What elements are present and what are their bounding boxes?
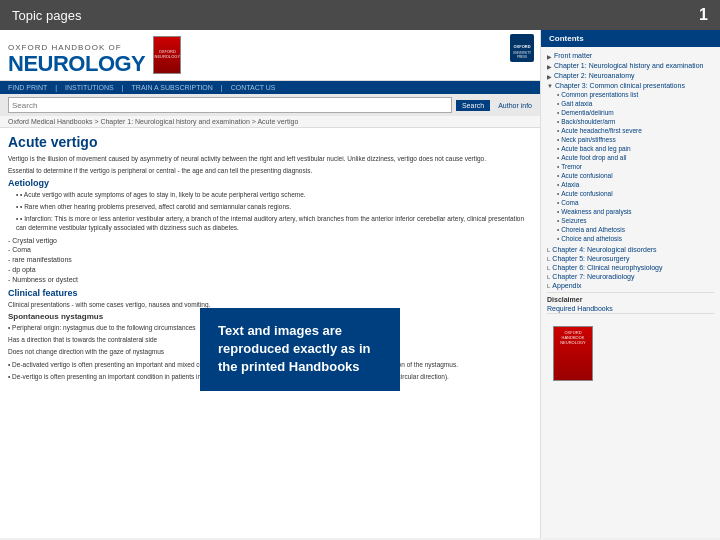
appendix-label: Appendix	[552, 282, 581, 289]
nav-separator3: |	[221, 84, 223, 91]
aetiology-text2: • Rare when other hearing problems prese…	[8, 202, 532, 211]
sub-bullet1: - Crystal vertigo	[8, 237, 57, 244]
front-matter-label: Front matter	[554, 52, 592, 59]
toc-chapter6[interactable]: L Chapter 6: Clinical neurophysiology	[547, 263, 714, 272]
book-cover-image: OXFORDNEUROLOGY	[153, 36, 181, 74]
article-intro: Vertigo is the illusion of movement caus…	[8, 154, 532, 163]
toc-front-matter[interactable]: ▶ Front matter	[547, 51, 714, 61]
oxford-logo: OXFORD UNIVERSITY PRESS	[508, 34, 536, 70]
top-bar: Topic pages 1	[0, 0, 720, 30]
tooltip-text: Text and images are reproduced exactly a…	[218, 323, 370, 374]
toc-chapter3[interactable]: ▼ Chapter 3: Common clinical presentatio…	[547, 81, 714, 90]
appendix-arrow: L	[547, 283, 550, 289]
article-area: Acute vertigo Vertigo is the illusion of…	[0, 128, 540, 516]
svg-text:PRESS: PRESS	[517, 55, 527, 59]
required-handbooks-label: Required Handbooks	[547, 305, 613, 312]
nav-find-print[interactable]: FIND PRINT	[8, 84, 47, 91]
toc-sub-item-12[interactable]: Coma	[547, 198, 714, 207]
search-button[interactable]: Search	[456, 100, 490, 111]
sub-bullet3: - rare manifestations	[8, 256, 72, 263]
tooltip-overlay: Text and images are reproduced exactly a…	[200, 308, 400, 391]
toc-sub-item-0[interactable]: Common presentations list	[547, 90, 714, 99]
toc-sub-item-4[interactable]: Acute headache/first severe	[547, 126, 714, 135]
toc-appendix[interactable]: L Appendix	[547, 281, 714, 290]
chapter2-arrow: ▶	[547, 73, 552, 80]
toc-chapter4[interactable]: L Chapter 4: Neurological disorders	[547, 245, 714, 254]
chapter5-label: Chapter 5: Neurosurgery	[552, 255, 629, 262]
disclaimer-header: Disclaimer	[547, 292, 714, 304]
chapter2-label: Chapter 2: Neuroanatomy	[554, 72, 635, 79]
nav-separator: |	[55, 84, 57, 91]
article-intro2: Essential to determine if the vertigo is…	[8, 166, 532, 175]
content-area: OXFORD HANDBOOK OF NEUROLOGY OXFORDNEURO…	[0, 30, 540, 538]
toc-sub-item-2[interactable]: Dementia/delirium	[547, 108, 714, 117]
chapter1-arrow: ▶	[547, 63, 552, 70]
chapter7-label: Chapter 7: Neuroradiology	[552, 273, 634, 280]
book-thumbnail: OXFORDHANDBOOKNEUROLOGY	[553, 326, 593, 381]
required-handbooks[interactable]: Required Handbooks	[547, 304, 714, 313]
toc-chapter7[interactable]: L Chapter 7: Neuroradiology	[547, 272, 714, 281]
nav-contact[interactable]: CONTACT US	[231, 84, 276, 91]
book-thumbnail-text: OXFORDHANDBOOKNEUROLOGY	[554, 327, 592, 349]
sub-bullet5: - Numbness or dystect	[8, 276, 78, 283]
toc-sub-item-7[interactable]: Acute foot drop and all	[547, 153, 714, 162]
clinical-section-title: Clinical features	[8, 288, 532, 298]
toc-sub-item-16[interactable]: Choice and athetosis	[547, 234, 714, 243]
chapter6-label: Chapter 6: Clinical neurophysiology	[552, 264, 662, 271]
sidebar-book: OXFORDHANDBOOKNEUROLOGY	[547, 313, 714, 389]
svg-text:OXFORD: OXFORD	[513, 44, 530, 49]
article-title: Acute vertigo	[8, 134, 532, 150]
toc-sub-item-10[interactable]: Ataxia	[547, 180, 714, 189]
contents-label: Contents	[549, 34, 584, 43]
sidebar-contents: ▶ Front matter ▶ Chapter 1: Neurological…	[541, 47, 720, 393]
toc-sub-item-5[interactable]: Neck pain/stiffness	[547, 135, 714, 144]
chapter4-label: Chapter 4: Neurological disorders	[552, 246, 656, 253]
sub-bullet2: - Coma	[8, 246, 31, 253]
nav-institutions[interactable]: INSTITUTIONS	[65, 84, 114, 91]
top-bar-title: Topic pages	[12, 8, 81, 23]
chapter3-arrow: ▼	[547, 83, 553, 89]
toc-sub-item-8[interactable]: Tremor	[547, 162, 714, 171]
aetiology-text1: • Acute vertigo with acute symptoms of a…	[8, 190, 532, 199]
page-number: 1	[699, 6, 708, 24]
sub-items-container: Common presentations listGait ataxiaDeme…	[547, 90, 714, 243]
toc-sub-item-3[interactable]: Back/shoulder/arm	[547, 117, 714, 126]
toc-sub-item-6[interactable]: Acute back and leg pain	[547, 144, 714, 153]
chapter5-arrow: L	[547, 256, 550, 262]
nav-separator2: |	[122, 84, 124, 91]
main-layout: OXFORD HANDBOOK OF NEUROLOGY OXFORDNEURO…	[0, 30, 720, 538]
sidebar: Contents ▶ Front matter ▶ Chapter 1: Neu…	[540, 30, 720, 538]
aetiology-text3: • Infarction: This is more or less anter…	[8, 214, 532, 232]
toc-sub-item-9[interactable]: Acute confusional	[547, 171, 714, 180]
oxford-header: OXFORD HANDBOOK OF NEUROLOGY OXFORDNEURO…	[0, 30, 540, 81]
breadcrumb: Oxford Medical Handbooks > Chapter 1: Ne…	[0, 116, 540, 128]
chapter4-arrow: L	[547, 247, 550, 253]
nav-subscription[interactable]: TRAIN A SUBSCRIPTION	[132, 84, 213, 91]
neurology-title: NEUROLOGY	[8, 52, 145, 76]
chapter6-arrow: L	[547, 265, 550, 271]
front-matter-arrow: ▶	[547, 53, 552, 60]
search-bar: Search Author info	[0, 94, 540, 116]
chapter3-label: Chapter 3: Common clinical presentations	[555, 82, 685, 89]
toc-sub-item-1[interactable]: Gait ataxia	[547, 99, 714, 108]
search-input[interactable]	[8, 97, 452, 113]
chapter7-arrow: L	[547, 274, 550, 280]
toc-chapter1[interactable]: ▶ Chapter 1: Neurological history and ex…	[547, 61, 714, 71]
sub-bullet4: - dp opta	[8, 266, 36, 273]
toc-chapter5[interactable]: L Chapter 5: Neurosurgery	[547, 254, 714, 263]
toc-sub-item-11[interactable]: Acute confusional	[547, 189, 714, 198]
toc-chapter2[interactable]: ▶ Chapter 2: Neuroanatomy	[547, 71, 714, 81]
toc-sub-item-14[interactable]: Seizures	[547, 216, 714, 225]
author-info: Author info	[498, 102, 532, 109]
aetiology-section-title: Aetiology	[8, 178, 532, 188]
chapter1-label: Chapter 1: Neurological history and exam…	[554, 62, 703, 69]
sidebar-contents-header: Contents	[541, 30, 720, 47]
toc-sub-item-15[interactable]: Choreia and Athetosis	[547, 225, 714, 234]
nav-bar: FIND PRINT | INSTITUTIONS | TRAIN A SUBS…	[0, 81, 540, 94]
toc-sub-item-13[interactable]: Weakness and paralysis	[547, 207, 714, 216]
